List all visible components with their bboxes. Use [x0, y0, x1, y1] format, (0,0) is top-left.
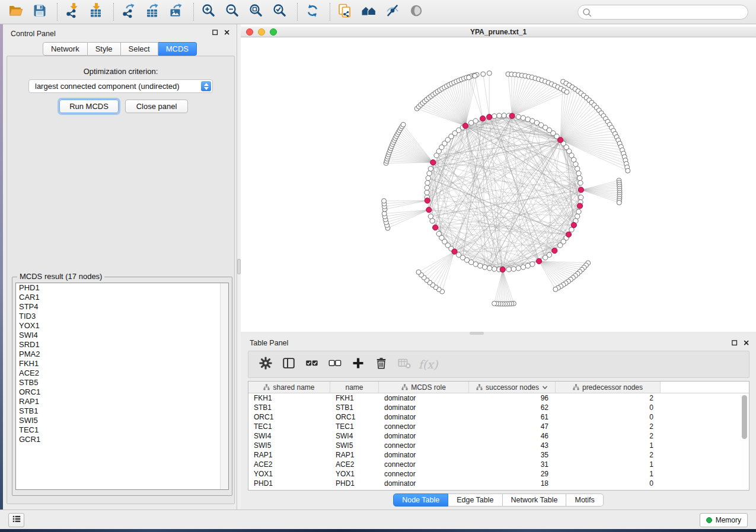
result-list-item[interactable]: CAR1 [16, 293, 228, 302]
cell-shared-name[interactable]: SWI4 [248, 431, 330, 441]
network-node[interactable] [425, 181, 430, 185]
open-session-button[interactable] [7, 3, 25, 21]
cell-name[interactable]: TEC1 [330, 422, 379, 431]
network-dominator-node[interactable] [509, 113, 515, 118]
network-canvas[interactable] [241, 37, 756, 332]
result-list-item[interactable]: SRD1 [16, 340, 228, 350]
result-list-item[interactable]: STB1 [16, 406, 228, 416]
network-dominator-node[interactable] [566, 232, 571, 237]
table-row[interactable]: TEC1TEC1connector472 [248, 422, 749, 431]
network-node[interactable] [564, 89, 569, 94]
result-list-scrollbar[interactable] [220, 283, 228, 489]
status-list-button[interactable] [8, 513, 24, 527]
cell-predecessor-nodes[interactable]: 0 [556, 479, 661, 488]
network-node[interactable] [428, 214, 433, 219]
table-row[interactable]: STB1STB1dominator620 [248, 403, 749, 412]
network-node[interactable] [506, 267, 511, 272]
network-dominator-node[interactable] [536, 258, 541, 264]
zoom-out-button[interactable] [224, 3, 241, 21]
result-list-item[interactable]: ORC1 [16, 387, 228, 397]
cell-name[interactable]: PHD1 [330, 479, 379, 488]
cell-MCDS-role[interactable]: connector [379, 441, 469, 450]
table-row[interactable]: FKH1FKH1dominator962 [248, 393, 749, 403]
network-node[interactable] [521, 116, 525, 120]
network-node[interactable] [497, 113, 502, 118]
cell-successor-nodes[interactable]: 47 [469, 422, 556, 431]
cell-MCDS-role[interactable]: dominator [379, 450, 469, 460]
cell-successor-nodes[interactable]: 31 [469, 460, 556, 469]
cell-name[interactable]: FKH1 [330, 393, 379, 403]
clone-network-button[interactable] [336, 3, 354, 21]
cell-successor-nodes[interactable]: 18 [469, 479, 556, 488]
run-mcds-button[interactable]: Run MCDS [59, 100, 119, 113]
network-node[interactable] [576, 171, 581, 175]
network-node[interactable] [553, 287, 558, 291]
column-header-predecessor-nodes[interactable]: predecessor nodes [556, 382, 661, 393]
network-dominator-node[interactable] [462, 123, 468, 129]
cell-name[interactable]: SWI5 [330, 441, 379, 450]
network-node[interactable] [525, 263, 530, 268]
save-session-button[interactable] [31, 3, 49, 21]
network-node[interactable] [425, 190, 429, 195]
cell-shared-name[interactable]: YOX1 [248, 469, 330, 479]
cell-name[interactable]: RAP1 [330, 450, 379, 460]
optimization-criterion-dropdown[interactable]: largest connected component (undirected) [28, 79, 213, 93]
cell-MCDS-role[interactable]: dominator [379, 403, 469, 412]
network-node[interactable] [573, 162, 578, 166]
tab-select[interactable]: Select [121, 42, 158, 56]
network-dominator-node[interactable] [578, 187, 583, 193]
tab-edge-table[interactable]: Edge Table [448, 493, 502, 507]
cell-shared-name[interactable]: RAP1 [248, 450, 330, 460]
cell-MCDS-role[interactable]: connector [379, 469, 469, 479]
export-image-button[interactable] [167, 3, 185, 21]
cell-predecessor-nodes[interactable]: 1 [556, 469, 661, 479]
split-columns-button[interactable] [279, 354, 299, 374]
network-dominator-node[interactable] [571, 222, 576, 227]
tab-motifs[interactable]: Motifs [566, 493, 603, 507]
column-header-name[interactable]: name [330, 382, 379, 393]
column-header-successor-nodes[interactable]: successor nodes [469, 382, 556, 393]
network-dominator-node[interactable] [557, 137, 563, 143]
network-node[interactable] [492, 301, 497, 306]
result-list-item[interactable]: FKH1 [16, 359, 228, 368]
network-dominator-node[interactable] [577, 203, 582, 209]
cell-name[interactable]: STB1 [330, 403, 379, 412]
network-node[interactable] [577, 175, 582, 180]
network-node[interactable] [492, 114, 497, 118]
cell-shared-name[interactable]: PHD1 [248, 479, 330, 488]
network-node[interactable] [426, 175, 430, 180]
cell-predecessor-nodes[interactable]: 1 [556, 460, 661, 469]
cell-MCDS-role[interactable]: dominator [379, 479, 469, 488]
import-table-button[interactable] [87, 3, 105, 21]
network-dominator-node[interactable] [426, 207, 432, 213]
zoom-fit-button[interactable] [247, 3, 265, 21]
table-row[interactable]: PHD1PHD1dominator180 [248, 479, 749, 488]
column-header-shared-name[interactable]: shared name [248, 382, 330, 393]
network-node[interactable] [482, 265, 487, 270]
network-node[interactable] [576, 209, 581, 214]
result-list-item[interactable]: YOX1 [16, 321, 228, 331]
houses-button[interactable] [360, 3, 378, 21]
table-row[interactable]: ACE2ACE2connector311 [248, 460, 749, 469]
add-button[interactable] [348, 354, 368, 374]
search-input[interactable] [578, 5, 748, 20]
network-node[interactable] [530, 262, 535, 267]
tab-mcds[interactable]: MCDS [158, 42, 197, 56]
network-node[interactable] [467, 75, 471, 80]
reapply-layout-button[interactable] [304, 3, 321, 21]
table-row[interactable]: SWI5SWI5connector431 [248, 441, 749, 450]
select-all-button[interactable] [302, 354, 322, 374]
network-dominator-node[interactable] [552, 248, 557, 254]
trash-button[interactable] [371, 354, 391, 374]
cell-shared-name[interactable]: FKH1 [248, 393, 330, 403]
cell-predecessor-nodes[interactable]: 2 [556, 450, 661, 460]
network-dominator-node[interactable] [433, 225, 438, 230]
network-dominator-node[interactable] [500, 267, 505, 272]
cell-MCDS-role[interactable]: dominator [379, 412, 469, 422]
close-panel-icon[interactable] [744, 340, 750, 347]
cell-successor-nodes[interactable]: 96 [469, 393, 556, 403]
result-list-item[interactable]: STP4 [16, 302, 228, 312]
cell-MCDS-role[interactable]: dominator [379, 431, 469, 441]
network-node[interactable] [617, 200, 621, 205]
dropdown-stepper-icon[interactable] [201, 81, 211, 91]
